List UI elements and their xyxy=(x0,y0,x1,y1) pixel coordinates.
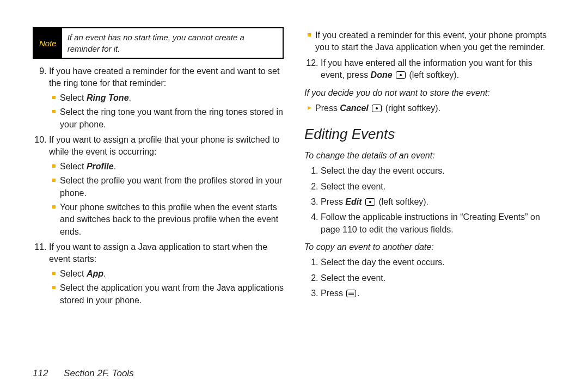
done-label: Done xyxy=(371,70,393,79)
t: Press xyxy=(321,197,345,206)
ring-tone-label: Ring Tone xyxy=(87,93,129,102)
app-label: App xyxy=(87,269,103,278)
step-10: If you want to assign a profile that you… xyxy=(49,134,284,238)
menu-key-icon xyxy=(346,290,356,297)
cancel-step: Press Cancel (right softkey). xyxy=(308,102,555,114)
step-10-sub-2: Select the profile you want from the pro… xyxy=(52,175,284,199)
edit-step-1: Select the day the event occurs. xyxy=(321,165,555,177)
cancel-label: Cancel xyxy=(340,103,368,113)
edit-label: Edit xyxy=(345,197,362,206)
step-12: If you have entered all the information … xyxy=(321,57,555,82)
step-11-sub-2: Select the application you want from the… xyxy=(52,282,284,307)
t: Select xyxy=(60,162,87,171)
t: (left softkey). xyxy=(378,197,428,206)
softkey-left-icon xyxy=(396,71,406,79)
softkey-left-icon xyxy=(365,198,375,206)
t: . xyxy=(129,93,131,102)
step-9-sub-1: Select Ring Tone. xyxy=(52,92,284,104)
t: (right softkey). xyxy=(385,103,440,113)
lead-cancel: If you decide you do not want to store t… xyxy=(304,87,555,99)
step-9-sub-2: Select the ring tone you want from the r… xyxy=(52,106,284,131)
steps-list-right: If you have entered all the information … xyxy=(304,57,555,82)
lead-copy: To copy an event to another date: xyxy=(304,241,555,253)
copy-steps: Select the day the event occurs. Select … xyxy=(304,256,555,299)
step-10-sub-3: Your phone switches to this profile when… xyxy=(52,201,284,238)
edit-step-4: Follow the applicable instructions in “C… xyxy=(321,211,555,236)
step-9-text: If you have created a reminder for the e… xyxy=(49,66,279,88)
step-11-sub: Select App. Select the application you w… xyxy=(52,268,284,307)
step-11-text: If you want to assign a Java application… xyxy=(49,242,267,264)
page-footer: 112 Section 2F. Tools xyxy=(33,368,134,379)
note-label: Note xyxy=(34,28,62,58)
steps-list-left: If you have created a reminder for the e… xyxy=(33,65,284,307)
cancel-sub: Press Cancel (right softkey). xyxy=(308,102,555,114)
step-11-cont-item: If you created a reminder for this event… xyxy=(308,29,555,54)
edit-step-3: Press Edit (left softkey). xyxy=(321,196,555,208)
manual-page: Note If an event has no start time, you … xyxy=(0,0,588,392)
t: Select xyxy=(60,93,87,102)
right-column: If you created a reminder for this event… xyxy=(304,27,555,376)
t: Press xyxy=(321,289,345,298)
t: (left softkey). xyxy=(409,70,460,79)
t: Select xyxy=(60,269,87,278)
softkey-right-icon xyxy=(372,105,382,112)
step-11-continued: If you created a reminder for this event… xyxy=(308,29,555,54)
step-11: If you want to assign a Java application… xyxy=(49,241,284,307)
t: . xyxy=(114,162,116,171)
step-10-sub-1: Select Profile. xyxy=(52,161,284,173)
two-column-layout: Note If an event has no start time, you … xyxy=(33,27,555,376)
left-column: Note If an event has no start time, you … xyxy=(33,27,284,376)
edit-steps: Select the day the event occurs. Select … xyxy=(304,165,555,236)
editing-events-heading: Editing Events xyxy=(304,124,555,144)
note-text: If an event has no start time, you canno… xyxy=(62,28,283,58)
page-number: 112 xyxy=(33,368,48,378)
copy-step-2: Select the event. xyxy=(321,272,555,284)
step-10-text: If you want to assign a profile that you… xyxy=(49,135,279,156)
edit-step-2: Select the event. xyxy=(321,181,555,193)
step-10-sub: Select Profile. Select the profile you w… xyxy=(52,161,284,238)
step-11-sub-1: Select App. xyxy=(52,268,284,280)
note-box: Note If an event has no start time, you … xyxy=(33,27,284,59)
t: Press xyxy=(315,103,340,113)
section-title: Section 2F. Tools xyxy=(64,368,134,378)
copy-step-3: Press . xyxy=(321,287,555,299)
copy-step-1: Select the day the event occurs. xyxy=(321,256,555,268)
lead-change: To change the details of an event: xyxy=(304,150,555,162)
step-9-sub: Select Ring Tone. Select the ring tone y… xyxy=(52,92,284,131)
t: . xyxy=(103,269,106,278)
profile-label: Profile xyxy=(87,162,114,171)
step-9: If you have created a reminder for the e… xyxy=(49,65,284,131)
t: . xyxy=(357,289,359,298)
